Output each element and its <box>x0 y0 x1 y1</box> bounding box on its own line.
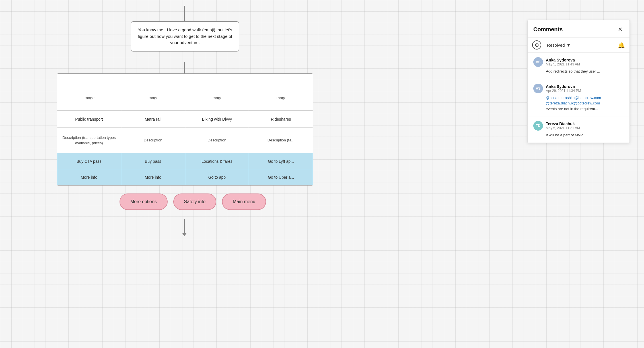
resolved-label: Resolved <box>547 43 565 48</box>
col-public-transport: Image Public transport Description (tran… <box>57 85 121 185</box>
cell-desc-3: Description <box>185 128 249 153</box>
comment-date-3: May 5, 2021 11:31 AM <box>546 126 580 130</box>
comments-toolbar: ⊕ Resolved ▼ 🔔 <box>528 38 629 53</box>
cell-title-1: Public transport <box>57 111 121 128</box>
comments-panel: Comments ✕ ⊕ Resolved ▼ 🔔 AS Anka Sydoro… <box>527 20 630 143</box>
plus-icon: ⊕ <box>535 42 539 48</box>
comments-header: Comments ✕ <box>528 20 629 38</box>
comment-author-row-2: AS Anka Sydorova Apr 29, 2021 11:34 PM <box>533 84 624 93</box>
transport-table: Image Public transport Description (tran… <box>57 73 313 186</box>
avatar-2: AS <box>533 84 543 93</box>
more-options-button[interactable]: More options <box>120 193 168 210</box>
close-comments-button[interactable]: ✕ <box>617 25 624 34</box>
cell-desc-4: Description (ta... <box>249 128 313 153</box>
arrow-bottom <box>182 219 186 236</box>
col-biking-divvy: Image Biking with Divvy Description Loca… <box>185 85 249 185</box>
cell-title-3: Biking with Divvy <box>185 111 249 128</box>
comment-text-3: It will be a part of MVP <box>533 132 624 138</box>
cell-image-4: Image <box>249 85 313 111</box>
col-metra-rail: Image Metra rail Description Buy pass Mo… <box>121 85 185 185</box>
comment-author-row-1: AS Anka Sydorova May 5, 2021 11:43 AM <box>533 57 624 67</box>
cell-image-2: Image <box>121 85 185 111</box>
table-header <box>57 74 313 85</box>
cell-btn1-4[interactable]: Go to Lyft ap... <box>249 153 313 169</box>
table-columns: Image Public transport Description (tran… <box>57 85 313 185</box>
cell-desc-2: Description <box>121 128 185 153</box>
comment-author-3: Tereza Diachuk <box>546 122 580 126</box>
comment-author-row-3: TD Tereza Diachuk May 5, 2021 11:31 AM <box>533 121 624 131</box>
comment-author-2: Anka Sydorova <box>546 84 581 89</box>
cell-image-1: Image <box>57 85 121 111</box>
comment-meta-1: Anka Sydorova May 5, 2021 11:43 AM <box>546 58 580 66</box>
comment-body-2: events are not in the requirem... <box>546 107 598 111</box>
comment-meta-3: Tereza Diachuk May 5, 2021 11:31 AM <box>546 122 580 130</box>
speech-box: You know me...I love a good walk (emoji)… <box>131 21 239 52</box>
comments-title: Comments <box>533 26 563 33</box>
cell-desc-1: Description (transportation types availa… <box>57 128 121 153</box>
comment-text-1: Add redirects so that they user ... <box>533 69 624 74</box>
resolved-filter-dropdown[interactable]: Resolved ▼ <box>544 43 616 48</box>
cell-btn2-4[interactable]: Go to Uber a... <box>249 169 313 185</box>
bottom-buttons: More options Safety info Main menu <box>120 193 266 210</box>
speech-text: You know me...I love a good walk (emoji)… <box>138 27 232 45</box>
comment-date-1: May 5, 2021 11:43 AM <box>546 62 580 66</box>
cell-btn1-3[interactable]: Locations & fares <box>185 153 249 169</box>
comment-item-1: AS Anka Sydorova May 5, 2021 11:43 AM Ad… <box>528 53 629 79</box>
cell-btn1-2[interactable]: Buy pass <box>121 153 185 169</box>
avatar-1: AS <box>533 57 543 67</box>
chevron-down-icon: ▼ <box>567 43 571 48</box>
cell-image-3: Image <box>185 85 249 111</box>
cell-btn1-1[interactable]: Buy CTA pass <box>57 153 121 169</box>
main-menu-button[interactable]: Main menu <box>222 193 266 210</box>
comment-author-1: Anka Sydorova <box>546 58 580 62</box>
safety-info-button[interactable]: Safety info <box>173 193 217 210</box>
comment-item-2: AS Anka Sydorova Apr 29, 2021 11:34 PM @… <box>528 79 629 117</box>
comment-text-2: @alina.murashko@botscrew.com @tereza.dia… <box>533 95 624 112</box>
cell-btn2-2[interactable]: More info <box>121 169 185 185</box>
add-comment-button[interactable]: ⊕ <box>532 40 541 50</box>
cell-title-2: Metra rail <box>121 111 185 128</box>
cell-btn2-1[interactable]: More info <box>57 169 121 185</box>
comment-date-2: Apr 29, 2021 11:34 PM <box>546 89 581 93</box>
cell-btn2-3[interactable]: Go to app <box>185 169 249 185</box>
comment-meta-2: Anka Sydorova Apr 29, 2021 11:34 PM <box>546 84 581 93</box>
col-rideshares: Image Rideshares Description (ta... Go t… <box>249 85 313 185</box>
mention-2: @tereza.diachuk@botscrew.com <box>546 101 600 105</box>
cell-title-4: Rideshares <box>249 111 313 128</box>
mention-1: @alina.murashko@botscrew.com <box>546 96 601 100</box>
notifications-bell-icon[interactable]: 🔔 <box>618 42 625 48</box>
comment-item-3: TD Tereza Diachuk May 5, 2021 11:31 AM I… <box>528 116 629 143</box>
avatar-3: TD <box>533 121 543 131</box>
